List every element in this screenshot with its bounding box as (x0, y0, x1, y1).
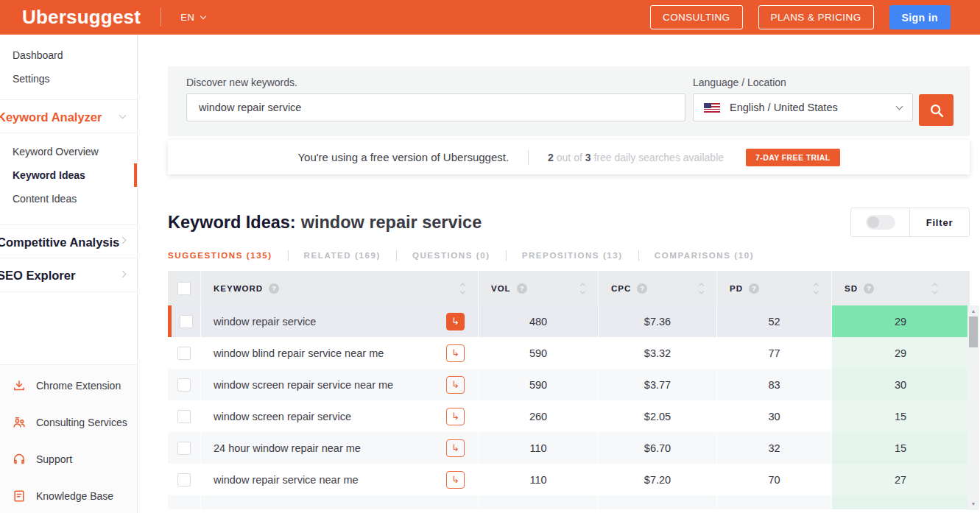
consulting-button[interactable]: CONSULTING (650, 5, 743, 29)
plans-pricing-button[interactable]: PLANS & PRICING (758, 5, 874, 29)
help-icon[interactable]: ? (269, 283, 279, 294)
people-icon (12, 415, 27, 430)
sidebar-item-label: Knowledge Base (36, 490, 113, 502)
open-keyword-button[interactable]: ↳ (446, 376, 465, 394)
language-location-dropdown[interactable]: English / United States (693, 93, 913, 121)
sidebar-section-keyword-analyzer[interactable]: Keyword Analyzer (0, 99, 137, 133)
chevron-down-icon (200, 13, 206, 19)
keyword-text: window repair service (214, 316, 316, 328)
pd-value: 70 (717, 464, 832, 495)
sort-icon[interactable] (933, 283, 937, 293)
section-label: Competitive Analysis (0, 236, 119, 249)
language-selector[interactable]: EN (180, 12, 205, 23)
cpc-value: $3.77 (599, 369, 717, 400)
sidebar-item-knowledge-base[interactable]: Knowledge Base (0, 478, 137, 513)
sidebar-item-chrome-extension[interactable]: Chrome Extension (0, 367, 137, 404)
keyword-search-input[interactable] (186, 93, 685, 121)
sidebar-item-keyword-ideas[interactable]: Keyword Ideas (0, 163, 137, 187)
free-version-banner: You're using a free version of Ubersugge… (168, 140, 970, 174)
row-checkbox[interactable] (177, 442, 191, 455)
keyword-text: window screen repair service near me (214, 379, 393, 391)
open-keyword-button[interactable]: ↳ (446, 439, 465, 457)
keyword-table: KEYWORD ? VOL ? CPC ? PD ? SD ? (168, 271, 970, 509)
discover-keywords-label: Discover new keywords. (186, 77, 685, 88)
keyword-tabs: SUGGESTIONS (135)RELATED (169)QUESTIONS … (168, 250, 970, 261)
open-keyword-button[interactable]: ↳ (446, 408, 465, 425)
tab-suggestions-135[interactable]: SUGGESTIONS (135) (168, 250, 288, 261)
open-keyword-button[interactable]: ↳ (446, 471, 465, 489)
scrollbar-thumb[interactable] (969, 316, 978, 347)
sort-icon[interactable] (461, 283, 465, 293)
cpc-value: $7.36 (599, 305, 717, 337)
sidebar-item-settings[interactable]: Settings (0, 67, 137, 91)
sidebar-section-seo-explorer[interactable]: SEO Explorer (0, 258, 137, 292)
sort-icon[interactable] (581, 283, 585, 293)
scrollbar-up-arrow[interactable]: ▲ (967, 305, 979, 316)
app-logo[interactable]: Ubersuggest (22, 6, 141, 29)
sort-icon[interactable] (699, 283, 703, 293)
column-header-sd[interactable]: SD (845, 284, 858, 293)
keyword-text: window screen repair service (214, 411, 351, 422)
row-checkbox[interactable] (180, 315, 193, 328)
cpc-value: $7.20 (599, 464, 717, 495)
chevron-down-icon (119, 112, 127, 119)
sidebar-item-keyword-overview[interactable]: Keyword Overview (0, 140, 137, 163)
pd-value: 30 (717, 400, 832, 432)
sidebar-item-consulting-services[interactable]: Consulting Services (0, 404, 137, 441)
tab-comparisons-10[interactable]: COMPARISONS (10) (638, 250, 769, 261)
keyword-text: 24 hour window repair near me (214, 442, 361, 454)
sidebar-item-content-ideas[interactable]: Content Ideas (0, 187, 137, 210)
table-row: window repair service↳480$7.365229 (168, 305, 970, 337)
help-icon[interactable]: ? (517, 283, 527, 294)
sidebar-section-competitive-analysis[interactable]: Competitive Analysis (0, 224, 137, 258)
scrollbar-down-arrow[interactable]: ▼ (967, 498, 979, 509)
table-row: 24 hour window repair near me↳110$6.7032… (168, 432, 970, 464)
cpc-value: $3.32 (599, 337, 717, 369)
free-trial-button[interactable]: 7-DAY FREE TRIAL (746, 149, 840, 166)
row-checkbox[interactable] (177, 473, 191, 487)
search-button[interactable] (919, 94, 953, 126)
open-keyword-button[interactable]: ↳ (446, 313, 465, 330)
tab-related-169[interactable]: RELATED (169) (288, 250, 396, 261)
help-icon[interactable]: ? (637, 283, 647, 294)
download-icon (12, 378, 27, 393)
column-header-cpc[interactable]: CPC (611, 284, 631, 293)
sort-icon[interactable] (814, 283, 818, 293)
sd-value: 30 (832, 369, 970, 400)
sidebar-item-support[interactable]: Support (0, 441, 137, 478)
pd-value: 77 (717, 337, 832, 369)
tab-prepositions-13[interactable]: PREPOSITIONS (13) (506, 250, 638, 261)
arrow-redirect-icon: ↳ (451, 380, 459, 389)
table-row-partial (168, 495, 970, 509)
table-row: window repair service near me↳110$7.2070… (168, 464, 970, 495)
help-icon[interactable]: ? (749, 283, 759, 294)
chevron-right-icon (119, 237, 127, 244)
sd-value: 15 (832, 432, 970, 464)
tab-questions-0[interactable]: QUESTIONS (0) (396, 250, 506, 261)
row-checkbox[interactable] (177, 347, 191, 360)
cpc-value: $2.05 (599, 400, 717, 432)
table-body: window repair service↳480$7.365229window… (168, 305, 970, 509)
us-flag-icon (704, 103, 720, 113)
filter-toggle[interactable] (851, 208, 910, 236)
pd-value: 83 (717, 369, 832, 400)
chevron-right-icon (119, 270, 127, 277)
signin-button[interactable]: Sign in (889, 5, 951, 29)
row-checkbox[interactable] (177, 378, 191, 392)
filter-button[interactable]: Filter (910, 208, 969, 236)
vol-value: 260 (479, 400, 599, 432)
help-icon[interactable]: ? (864, 283, 874, 294)
arrow-redirect-icon: ↳ (451, 443, 459, 453)
cpc-value: $6.70 (599, 432, 717, 464)
sidebar-item-label: Consulting Services (36, 417, 127, 428)
sidebar-item-dashboard[interactable]: Dashboard (0, 43, 137, 67)
column-header-pd[interactable]: PD (730, 284, 743, 293)
document-icon (12, 489, 27, 503)
select-all-checkbox[interactable] (177, 282, 191, 295)
column-header-vol[interactable]: VOL (491, 284, 511, 293)
row-checkbox[interactable] (177, 410, 191, 423)
open-keyword-button[interactable]: ↳ (446, 344, 465, 362)
column-header-keyword[interactable]: KEYWORD (214, 284, 263, 293)
table-scrollbar[interactable]: ▲ ▼ (967, 305, 979, 510)
search-panel: Discover new keywords. Language / Locati… (168, 66, 970, 136)
